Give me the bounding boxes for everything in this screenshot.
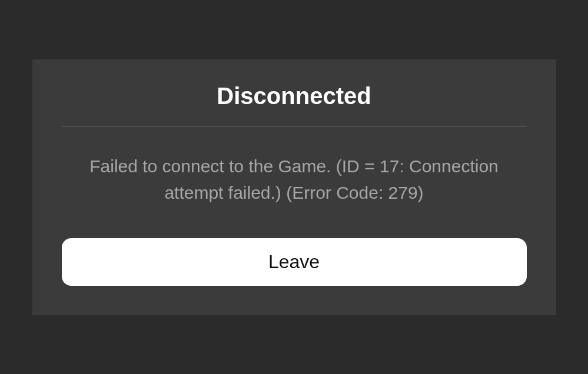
leave-button[interactable]: Leave <box>62 238 527 286</box>
dialog-message: Failed to connect to the Game. (ID = 17:… <box>88 153 500 206</box>
dialog-title: Disconnected <box>217 83 371 109</box>
disconnect-dialog: Disconnected Failed to connect to the Ga… <box>32 59 556 315</box>
divider <box>62 126 527 126</box>
